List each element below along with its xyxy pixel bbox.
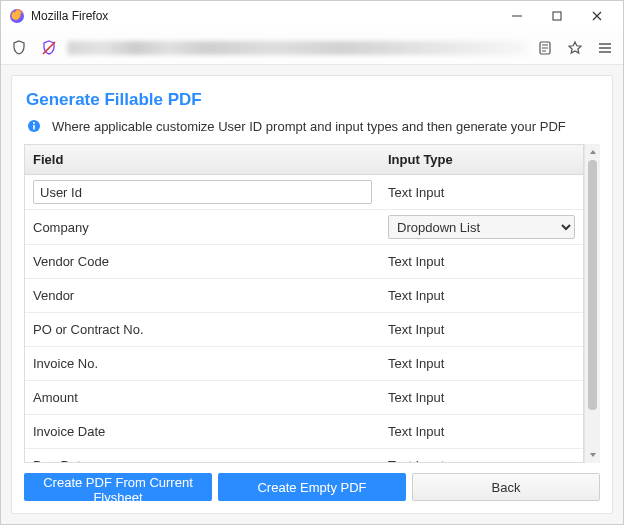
- minimize-button[interactable]: [497, 2, 537, 30]
- page-title: Generate Fillable PDF: [26, 90, 600, 110]
- menu-icon[interactable]: [593, 36, 617, 60]
- scroll-down-icon[interactable]: [585, 447, 601, 463]
- table-row: PO or Contract No.Text Input: [25, 313, 583, 347]
- scroll-up-icon[interactable]: [585, 144, 601, 160]
- url-bar[interactable]: [67, 41, 527, 55]
- table-row: Vendor CodeText Input: [25, 245, 583, 279]
- header-type: Input Type: [380, 152, 583, 167]
- field-label: Vendor Code: [33, 254, 109, 269]
- header-field: Field: [25, 152, 380, 167]
- type-cell: Text Input: [380, 283, 583, 308]
- fields-table: Field Input Type Text InputCompanyDropdo…: [24, 144, 584, 463]
- table-row: Invoice DateText Input: [25, 415, 583, 449]
- type-cell: Text Input: [380, 180, 583, 205]
- field-label: Due Date: [33, 458, 88, 462]
- info-icon: [26, 118, 42, 134]
- svg-point-5: [33, 122, 35, 124]
- titlebar: Mozilla Firefox: [1, 1, 623, 31]
- tracking-off-icon[interactable]: [37, 36, 61, 60]
- field-cell: Vendor: [25, 283, 380, 308]
- scroll-track[interactable]: [585, 160, 601, 447]
- table-row: Invoice No.Text Input: [25, 347, 583, 381]
- firefox-icon: [9, 8, 25, 24]
- field-label: PO or Contract No.: [33, 322, 144, 337]
- reader-mode-icon[interactable]: [533, 36, 557, 60]
- create-from-flysheet-button[interactable]: Create PDF From Current Flysheet: [24, 473, 212, 501]
- type-cell: Text Input: [380, 453, 583, 462]
- field-cell: PO or Contract No.: [25, 317, 380, 342]
- input-type-label: Text Input: [388, 424, 444, 439]
- info-row: Where applicable customize User ID promp…: [24, 118, 600, 144]
- close-button[interactable]: [577, 2, 617, 30]
- input-type-label: Text Input: [388, 390, 444, 405]
- window-title: Mozilla Firefox: [31, 9, 108, 23]
- type-cell: Text Input: [380, 351, 583, 376]
- table-body: Text InputCompanyDropdown ListVendor Cod…: [25, 175, 583, 462]
- type-cell: Text Input: [380, 317, 583, 342]
- field-label: Invoice No.: [33, 356, 98, 371]
- bookmark-icon[interactable]: [563, 36, 587, 60]
- info-text: Where applicable customize User ID promp…: [52, 119, 566, 134]
- type-cell: Text Input: [380, 419, 583, 444]
- table-row: VendorText Input: [25, 279, 583, 313]
- field-cell: Amount: [25, 385, 380, 410]
- input-type-select[interactable]: Dropdown List: [388, 215, 575, 239]
- table-row: AmountText Input: [25, 381, 583, 415]
- field-cell: Company: [25, 215, 380, 240]
- svg-rect-4: [33, 125, 35, 130]
- page-stage: Generate Fillable PDF Where applicable c…: [1, 65, 623, 524]
- table-header: Field Input Type: [25, 145, 583, 175]
- scrollbar[interactable]: [584, 144, 600, 463]
- input-type-label: Text Input: [388, 322, 444, 337]
- type-cell: Text Input: [380, 385, 583, 410]
- scroll-thumb[interactable]: [588, 160, 597, 410]
- shield-icon[interactable]: [7, 36, 31, 60]
- input-type-label: Text Input: [388, 458, 444, 462]
- type-cell: Dropdown List: [380, 210, 583, 244]
- field-cell: Invoice No.: [25, 351, 380, 376]
- main-card: Generate Fillable PDF Where applicable c…: [11, 75, 613, 514]
- input-type-label: Text Input: [388, 254, 444, 269]
- field-input[interactable]: [33, 180, 372, 204]
- svg-rect-1: [553, 12, 561, 20]
- field-cell: Invoice Date: [25, 419, 380, 444]
- footer-buttons: Create PDF From Current Flysheet Create …: [24, 473, 600, 501]
- field-cell: [25, 175, 380, 209]
- table-wrap: Field Input Type Text InputCompanyDropdo…: [24, 144, 600, 463]
- input-type-label: Text Input: [388, 185, 444, 200]
- field-cell: Due Date: [25, 453, 380, 462]
- input-type-label: Text Input: [388, 356, 444, 371]
- type-cell: Text Input: [380, 249, 583, 274]
- field-label: Company: [33, 220, 89, 235]
- field-label: Invoice Date: [33, 424, 105, 439]
- table-row: Due DateText Input: [25, 449, 583, 462]
- maximize-button[interactable]: [537, 2, 577, 30]
- address-bar: [1, 31, 623, 65]
- field-cell: Vendor Code: [25, 249, 380, 274]
- table-row: CompanyDropdown List: [25, 210, 583, 245]
- input-type-label: Text Input: [388, 288, 444, 303]
- back-button[interactable]: Back: [412, 473, 600, 501]
- table-row: Text Input: [25, 175, 583, 210]
- field-label: Amount: [33, 390, 78, 405]
- field-label: Vendor: [33, 288, 74, 303]
- create-empty-button[interactable]: Create Empty PDF: [218, 473, 406, 501]
